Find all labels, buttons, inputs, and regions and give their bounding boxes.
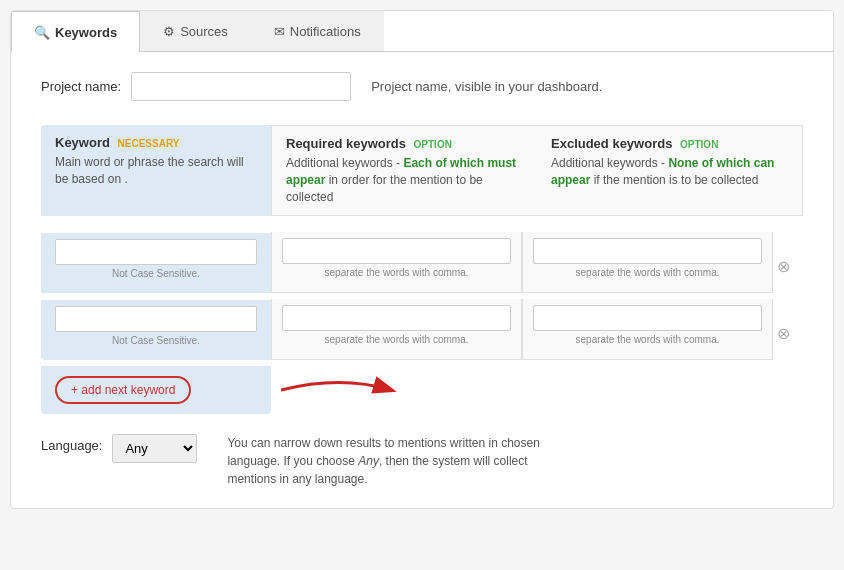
excluded-input-1[interactable]: [533, 238, 762, 264]
required-input-2[interactable]: [282, 305, 511, 331]
tab-sources-label: Sources: [180, 24, 228, 39]
language-hint: You can narrow down results to mentions …: [227, 434, 567, 488]
add-keyword-area: + add next keyword: [41, 366, 803, 414]
required-col-title: Required keywords: [286, 136, 406, 151]
keyword-grid-headers: Keyword NECESSARY Main word or phrase th…: [41, 125, 803, 216]
excluded-cell-1: separate the words with comma.: [522, 232, 773, 293]
excluded-col-desc: Additional keywords - None of which can …: [551, 155, 788, 189]
keyword-row-1: Not Case Sensitive. separate the words w…: [41, 232, 803, 293]
tab-keywords-label: Keywords: [55, 25, 117, 40]
project-name-label: Project name:: [41, 79, 121, 94]
required-hint-1: separate the words with comma.: [282, 267, 511, 278]
excluded-option-badge: OPTION: [680, 139, 718, 150]
search-icon: 🔍: [34, 25, 50, 40]
required-input-1[interactable]: [282, 238, 511, 264]
arrow-annotation: [281, 370, 401, 410]
tab-notifications[interactable]: ✉ Notifications: [251, 11, 384, 51]
main-content: Project name: Project name, visible in y…: [11, 52, 833, 508]
col-excluded-header: Excluded keywords OPTION Additional keyw…: [537, 125, 803, 216]
project-name-hint: Project name, visible in your dashboard.: [371, 79, 602, 94]
keyword-input-2[interactable]: [55, 306, 257, 332]
tab-notifications-label: Notifications: [290, 24, 361, 39]
required-option-badge: OPTION: [414, 139, 452, 150]
keyword-col-title: Keyword: [55, 135, 110, 150]
remove-row-2-area: ⊗: [773, 316, 803, 343]
remove-row-2-button[interactable]: ⊗: [777, 324, 790, 343]
tab-sources[interactable]: ⚙ Sources: [140, 11, 251, 51]
keyword-hint-1: Not Case Sensitive.: [55, 268, 257, 279]
excluded-input-2[interactable]: [533, 305, 762, 331]
keyword-cell-2: Not Case Sensitive.: [41, 300, 271, 360]
sources-icon: ⚙: [163, 24, 175, 39]
project-name-input[interactable]: [131, 72, 351, 101]
language-select[interactable]: Any English Spanish French German: [112, 434, 197, 463]
keyword-cell-1: Not Case Sensitive.: [41, 233, 271, 293]
excluded-hint-2: separate the words with comma.: [533, 334, 762, 345]
required-cell-1: separate the words with comma.: [271, 232, 522, 293]
keyword-input-1[interactable]: [55, 239, 257, 265]
remove-row-1-area: ⊗: [773, 249, 803, 276]
language-label: Language:: [41, 438, 102, 453]
required-hint-2: separate the words with comma.: [282, 334, 511, 345]
language-row: Language: Any English Spanish French Ger…: [41, 434, 803, 488]
col-keyword-header: Keyword NECESSARY Main word or phrase th…: [41, 125, 271, 216]
col-required-header: Required keywords OPTION Additional keyw…: [271, 125, 537, 216]
keyword-row-2: Not Case Sensitive. separate the words w…: [41, 299, 803, 360]
keyword-col-desc: Main word or phrase the search will be b…: [55, 154, 257, 188]
excluded-hint-1: separate the words with comma.: [533, 267, 762, 278]
tab-keywords[interactable]: 🔍 Keywords: [11, 11, 140, 52]
excluded-cell-2: separate the words with comma.: [522, 299, 773, 360]
keyword-necessary-badge: NECESSARY: [118, 138, 180, 149]
excluded-col-title: Excluded keywords: [551, 136, 672, 151]
notifications-icon: ✉: [274, 24, 285, 39]
add-keyword-button[interactable]: + add next keyword: [55, 376, 191, 404]
remove-row-1-button[interactable]: ⊗: [777, 257, 790, 276]
required-cell-2: separate the words with comma.: [271, 299, 522, 360]
tab-bar: 🔍 Keywords ⚙ Sources ✉ Notifications: [11, 11, 833, 52]
keyword-hint-2: Not Case Sensitive.: [55, 335, 257, 346]
project-name-row: Project name: Project name, visible in y…: [41, 72, 803, 101]
required-col-desc: Additional keywords - Each of which must…: [286, 155, 523, 205]
